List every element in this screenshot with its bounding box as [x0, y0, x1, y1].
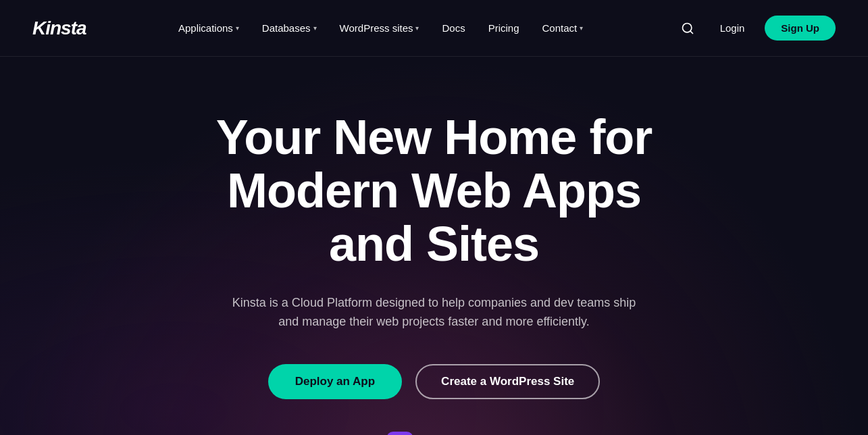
chevron-down-icon: ▾ [580, 24, 583, 32]
nav-item-contact[interactable]: Contact ▾ [533, 17, 593, 39]
search-button[interactable] [675, 16, 700, 41]
nav-item-databases[interactable]: Databases ▾ [253, 17, 326, 39]
search-icon [681, 22, 694, 35]
nav-label-docs: Docs [442, 22, 465, 34]
nav-label-wordpress-sites: WordPress sites [340, 22, 413, 34]
login-button[interactable]: Login [711, 17, 755, 39]
hero-title: Your New Home for Modern Web Apps and Si… [198, 111, 671, 272]
hero-subtitle: Kinsta is a Cloud Platform designed to h… [225, 293, 644, 332]
navbar: Kinsta Applications ▾ Databases ▾ WordPr… [0, 0, 868, 57]
hero-section: Your New Home for Modern Web Apps and Si… [0, 57, 868, 435]
logo-text: Kinsta [32, 18, 86, 39]
watch-demo-link[interactable]: Watch demo [386, 432, 482, 435]
chevron-down-icon: ▾ [415, 24, 419, 32]
nav-actions: Login Sign Up [675, 16, 836, 41]
play-icon [386, 432, 413, 435]
signup-button[interactable]: Sign Up [765, 16, 836, 41]
create-wordpress-button[interactable]: Create a WordPress Site [415, 364, 600, 399]
nav-label-contact: Contact [542, 22, 578, 34]
deploy-app-button[interactable]: Deploy an App [268, 364, 402, 399]
svg-line-1 [690, 30, 693, 33]
chevron-down-icon: ▾ [236, 24, 239, 32]
nav-item-applications[interactable]: Applications ▾ [169, 17, 249, 39]
nav-item-pricing[interactable]: Pricing [479, 17, 529, 39]
hero-buttons: Deploy an App Create a WordPress Site [268, 364, 601, 399]
chevron-down-icon: ▾ [313, 24, 317, 32]
nav-item-docs[interactable]: Docs [432, 17, 474, 39]
nav-item-wordpress-sites[interactable]: WordPress sites ▾ [330, 17, 429, 39]
nav-label-pricing: Pricing [488, 22, 519, 34]
nav-label-databases: Databases [262, 22, 311, 34]
logo[interactable]: Kinsta [32, 18, 86, 39]
nav-links: Applications ▾ Databases ▾ WordPress sit… [86, 17, 675, 39]
nav-label-applications: Applications [178, 22, 233, 34]
